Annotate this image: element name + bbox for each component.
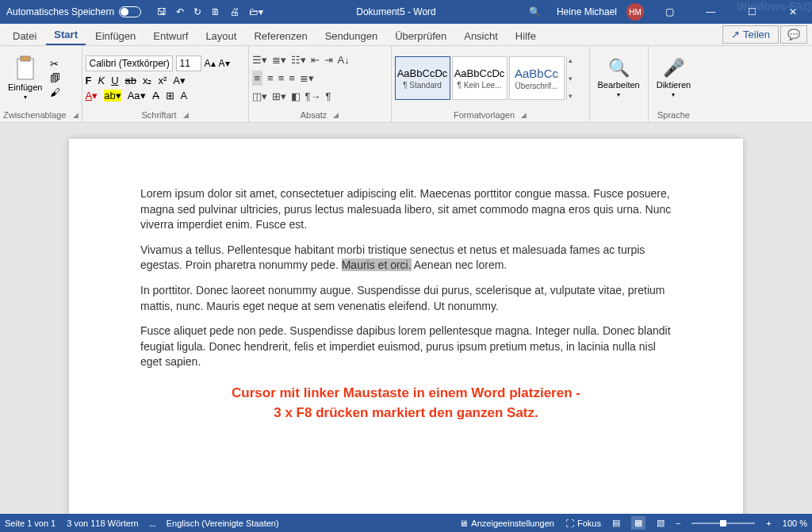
tab-mailings[interactable]: Sendungen (317, 26, 386, 45)
align-center-icon[interactable]: ≡ (267, 72, 274, 84)
share-icon: ↗ (731, 29, 740, 40)
line-spacing-icon[interactable]: ≣▾ (300, 72, 314, 84)
font-size-select[interactable] (176, 55, 201, 71)
style-heading[interactable]: AaBbCc Überschrif... (509, 56, 565, 100)
tab-draw[interactable]: Entwurf (145, 26, 196, 45)
dialog-launcher-icon[interactable]: ◢ (73, 111, 79, 119)
down-arrow-icon[interactable]: ▾ (569, 75, 573, 82)
status-language[interactable]: Englisch (Vereinigte Staaten) (167, 519, 279, 528)
qat-icon[interactable]: 🗁▾ (249, 6, 263, 17)
justify-icon[interactable]: ≡ (289, 72, 295, 84)
tab-review[interactable]: Überprüfen (387, 26, 454, 45)
redo-icon[interactable]: ↻ (193, 6, 201, 17)
tab-insert[interactable]: Einfügen (87, 26, 144, 45)
eraser-icon[interactable]: ◧ (291, 90, 301, 102)
clipboard-icon (14, 55, 36, 81)
styles-scrollbar[interactable]: ▴ ▾ ▾ (566, 56, 573, 100)
style-standard[interactable]: AaBbCcDc ¶ Standard (395, 56, 450, 100)
clear-format-icon[interactable]: A̶ (152, 90, 159, 101)
maximize-icon[interactable]: ☐ (736, 0, 768, 24)
tab-file[interactable]: Datei (5, 26, 44, 45)
share-button[interactable]: ↗Teilen (722, 25, 779, 44)
sort-icon[interactable]: A↓ (338, 54, 350, 66)
text-effects-icon[interactable]: A▾ (173, 75, 186, 86)
dialog-launcher-icon[interactable]: ◢ (521, 111, 527, 119)
grow-font-icon[interactable]: A▴ (205, 58, 216, 69)
up-arrow-icon[interactable]: ▴ (569, 56, 573, 64)
zoom-slider[interactable] (691, 522, 755, 524)
read-mode-icon[interactable]: ▤ (612, 518, 620, 528)
proofing-icon[interactable]: ⎵ (150, 519, 155, 528)
bold-button[interactable]: F (86, 75, 92, 86)
print-layout-icon[interactable]: ▦ (631, 516, 645, 530)
highlight-icon[interactable]: ab▾ (104, 90, 121, 101)
tab-home[interactable]: Start (46, 25, 86, 45)
bullets-icon[interactable]: ☰▾ (252, 54, 267, 66)
shrink-font-icon[interactable]: A▾ (219, 58, 230, 69)
superscript-button[interactable]: x² (158, 75, 167, 86)
user-name[interactable]: Heine Michael (557, 6, 617, 17)
italic-button[interactable]: K (98, 75, 105, 86)
minimize-icon[interactable]: — (695, 0, 726, 24)
shading-icon[interactable]: ◫▾ (252, 90, 267, 102)
tab-references[interactable]: Referenzen (246, 26, 315, 45)
multilevel-icon[interactable]: ☷▾ (291, 54, 306, 66)
web-layout-icon[interactable]: ▧ (657, 518, 665, 528)
font-name-select[interactable] (86, 55, 173, 71)
font-color-icon[interactable]: A▾ (86, 90, 98, 101)
paragraph[interactable]: In porttitor. Donec laoreet nonummy augu… (140, 283, 672, 314)
indent-dec-icon[interactable]: ⇤ (311, 54, 320, 66)
group-label: Schriftart (141, 110, 176, 120)
subscript-button[interactable]: x₂ (143, 75, 152, 86)
save-icon[interactable]: 🖫 (157, 6, 167, 17)
status-words[interactable]: 3 von 118 Wörtern (67, 519, 139, 528)
show-marks-icon[interactable]: ¶ (325, 90, 331, 102)
dictate-button[interactable]: 🎤 Diktieren ▾ (652, 48, 695, 109)
tab-view[interactable]: Ansicht (456, 26, 506, 45)
borders-icon[interactable]: ⊞▾ (272, 90, 286, 102)
tab-help[interactable]: Hilfe (508, 26, 544, 45)
close-icon[interactable]: ✕ (777, 0, 809, 24)
underline-button[interactable]: U (111, 75, 118, 86)
char-border-icon[interactable]: ⊞ (166, 90, 174, 101)
paste-button[interactable]: Einfügen ▾ (3, 48, 47, 109)
user-avatar[interactable]: HM (626, 3, 644, 21)
numbering-icon[interactable]: ≣▾ (272, 54, 286, 66)
search-icon[interactable]: 🔍 (529, 6, 541, 17)
strike-button[interactable]: ab (125, 75, 136, 86)
display-settings-button[interactable]: 🖥Anzeigeeinstellungen (459, 519, 554, 528)
dialog-launcher-icon[interactable]: ◢ (183, 111, 189, 119)
page[interactable]: Lorem ipsum dolor sit amet, consectetuer… (69, 139, 743, 514)
ribbon-display-icon[interactable]: ▢ (653, 0, 685, 24)
qat-icon[interactable]: 🗎 (211, 6, 220, 17)
tab-layout[interactable]: Layout (197, 26, 244, 45)
align-left-icon[interactable]: ≡ (252, 71, 263, 86)
document-area[interactable]: Lorem ipsum dolor sit amet, consectetuer… (0, 123, 812, 514)
editing-button[interactable]: 🔍 Bearbeiten ▾ (593, 48, 645, 109)
zoom-out-icon[interactable]: − (676, 519, 680, 528)
paragraph[interactable]: Lorem ipsum dolor sit amet, consectetuer… (140, 186, 672, 233)
cut-icon[interactable]: ✂ (50, 58, 60, 70)
comments-button[interactable]: 💬 (780, 25, 807, 44)
expand-icon[interactable]: ▾ (569, 92, 573, 100)
style-no-spacing[interactable]: AaBbCcDc ¶ Kein Lee... (452, 56, 508, 100)
copy-icon[interactable]: 🗐 (50, 72, 60, 84)
status-page[interactable]: Seite 1 von 1 (5, 519, 56, 528)
undo-icon[interactable]: ↶ (176, 6, 184, 17)
group-clipboard: Einfügen ▾ ✂ 🗐 🖌 Zwischenablage◢ (0, 46, 82, 122)
indent-inc-icon[interactable]: ⇥ (324, 54, 333, 66)
focus-button[interactable]: ⛶Fokus (565, 519, 601, 528)
zoom-in-icon[interactable]: + (766, 519, 771, 528)
paragraph[interactable]: Fusce aliquet pede non pede. Suspendisse… (140, 323, 672, 370)
dialog-launcher-icon[interactable]: ◢ (333, 111, 339, 119)
autosave-toggle[interactable]: Automatisches Speichern (6, 6, 141, 17)
char-shading-icon[interactable]: A (181, 90, 188, 101)
paragraph[interactable]: Vivamus a tellus. Pellentesque habitant … (140, 243, 672, 274)
zoom-level[interactable]: 100 % (783, 519, 807, 528)
qat-icon[interactable]: 🖨 (230, 6, 239, 17)
group-styles: AaBbCcDc ¶ Standard AaBbCcDc ¶ Kein Lee.… (392, 46, 590, 122)
format-painter-icon[interactable]: 🖌 (50, 86, 60, 98)
align-right-icon[interactable]: ≡ (278, 72, 285, 84)
change-case-icon[interactable]: Aa▾ (128, 90, 146, 101)
ltr-icon[interactable]: ¶→ (305, 90, 321, 102)
